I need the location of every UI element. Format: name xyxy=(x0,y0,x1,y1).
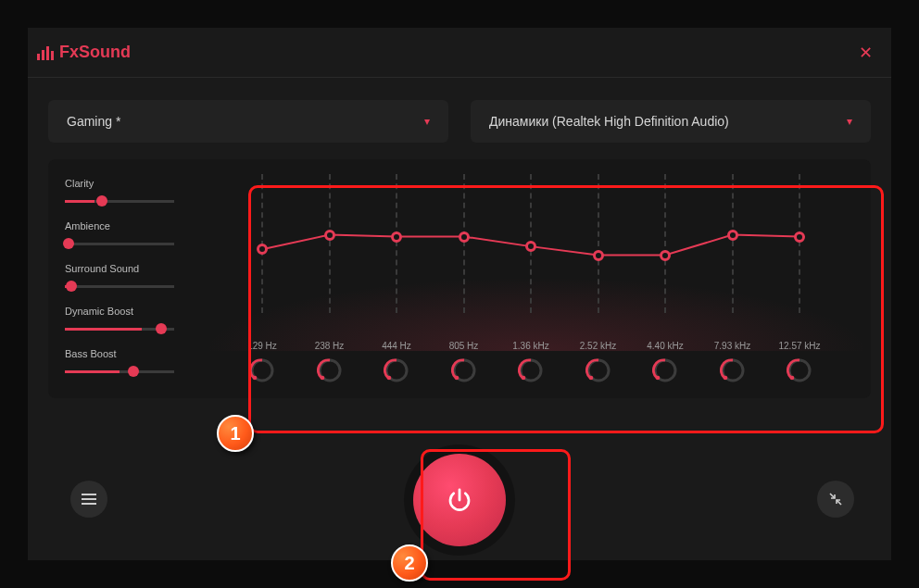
eq-freq-label: 129 Hz xyxy=(247,341,277,351)
equalizer: 129 Hz238 Hz444 Hz805 Hz1.36 kHz2.52 kHz… xyxy=(202,174,871,383)
bass-boost-slider[interactable]: Bass Boost xyxy=(65,348,202,376)
eq-knob[interactable] xyxy=(249,357,275,387)
ambience-slider[interactable]: Ambience xyxy=(65,220,202,248)
chevron-down-icon: ▾ xyxy=(424,115,430,128)
annotation-badge-1: 1 xyxy=(217,415,254,452)
clarity-slider[interactable]: Clarity xyxy=(65,178,202,206)
svg-point-3 xyxy=(320,376,324,381)
eq-point[interactable] xyxy=(324,230,335,241)
svg-point-11 xyxy=(588,376,593,381)
collapse-icon xyxy=(828,492,843,507)
content-area: Gaming * ▾ Динамики (Realtek High Defini… xyxy=(28,78,891,398)
eq-freq-label: 12.57 kHz xyxy=(778,341,820,351)
minimize-button[interactable] xyxy=(817,481,854,518)
eq-freq-label: 444 Hz xyxy=(382,341,411,351)
menu-icon xyxy=(82,494,96,495)
dynamic-boost-label: Dynamic Boost xyxy=(65,306,202,317)
app-window: FxSound ✕ Gaming * ▾ Динамики (Realtek H… xyxy=(28,28,891,560)
top-select-row: Gaming * ▾ Динамики (Realtek High Defini… xyxy=(48,100,871,143)
bass-boost-label: Bass Boost xyxy=(65,348,202,359)
eq-gridline xyxy=(396,174,397,313)
eq-point[interactable] xyxy=(525,241,536,252)
menu-button[interactable] xyxy=(70,481,107,518)
device-select[interactable]: Динамики (Realtek High Definition Audio)… xyxy=(471,100,871,143)
eq-knob[interactable] xyxy=(787,357,812,387)
eq-gridline xyxy=(799,174,800,313)
device-label: Динамики (Realtek High Definition Audio) xyxy=(489,114,729,129)
main-panel: Clarity Ambience Surround Sound Dynamic … xyxy=(48,159,871,398)
eq-gridline xyxy=(732,174,734,313)
eq-gridline xyxy=(598,174,599,313)
svg-point-7 xyxy=(454,376,459,381)
eq-point[interactable] xyxy=(257,244,268,255)
svg-point-9 xyxy=(522,376,526,381)
eq-point[interactable] xyxy=(391,231,402,243)
power-button[interactable] xyxy=(413,454,506,546)
eq-knob[interactable] xyxy=(720,357,746,387)
ambience-label: Ambience xyxy=(65,220,202,231)
preset-label: Gaming * xyxy=(67,114,120,129)
preset-select[interactable]: Gaming * ▾ xyxy=(48,100,448,143)
svg-point-17 xyxy=(790,376,795,381)
eq-knob[interactable] xyxy=(317,357,343,387)
annotation-badge-2: 2 xyxy=(391,544,428,582)
svg-point-15 xyxy=(723,376,727,381)
dynamic-boost-slider[interactable]: Dynamic Boost xyxy=(65,306,202,333)
eq-freq-label: 7.93 kHz xyxy=(714,341,750,351)
eq-freq-label: 1.36 kHz xyxy=(512,341,548,351)
svg-point-1 xyxy=(253,376,258,381)
eq-knob[interactable] xyxy=(384,357,409,387)
eq-gridline xyxy=(329,174,331,313)
svg-point-13 xyxy=(656,376,661,381)
bottom-bar xyxy=(28,440,891,560)
eq-knob[interactable] xyxy=(585,357,611,387)
surround-slider[interactable]: Surround Sound xyxy=(65,263,202,291)
titlebar: FxSound ✕ xyxy=(28,28,891,78)
surround-label: Surround Sound xyxy=(65,263,202,274)
eq-gridline xyxy=(664,174,666,313)
eq-graph: 129 Hz238 Hz444 Hz805 Hz1.36 kHz2.52 kHz… xyxy=(234,174,827,332)
eq-knob[interactable] xyxy=(652,357,678,387)
clarity-label: Clarity xyxy=(65,178,202,189)
eq-freq-label: 238 Hz xyxy=(315,341,345,351)
eq-freq-label: 2.52 kHz xyxy=(580,341,616,351)
eq-point[interactable] xyxy=(593,250,604,261)
eq-point[interactable] xyxy=(459,231,470,243)
eq-freq-label: 4.40 kHz xyxy=(647,341,683,351)
effect-sliders: Clarity Ambience Surround Sound Dynamic … xyxy=(65,174,202,383)
eq-gridline xyxy=(463,174,465,313)
svg-point-5 xyxy=(387,376,392,381)
eq-point[interactable] xyxy=(727,230,738,241)
eq-point[interactable] xyxy=(660,250,671,261)
eq-freq-label: 805 Hz xyxy=(449,341,479,351)
power-icon xyxy=(446,486,473,514)
chevron-down-icon: ▾ xyxy=(847,115,852,128)
eq-knob[interactable] xyxy=(451,357,477,387)
app-logo: FxSound xyxy=(37,43,131,62)
close-icon[interactable]: ✕ xyxy=(859,43,873,63)
eq-knob[interactable] xyxy=(518,357,544,387)
logo-bars-icon xyxy=(37,45,54,60)
app-name: FxSound xyxy=(59,43,131,62)
eq-point[interactable] xyxy=(794,231,805,243)
